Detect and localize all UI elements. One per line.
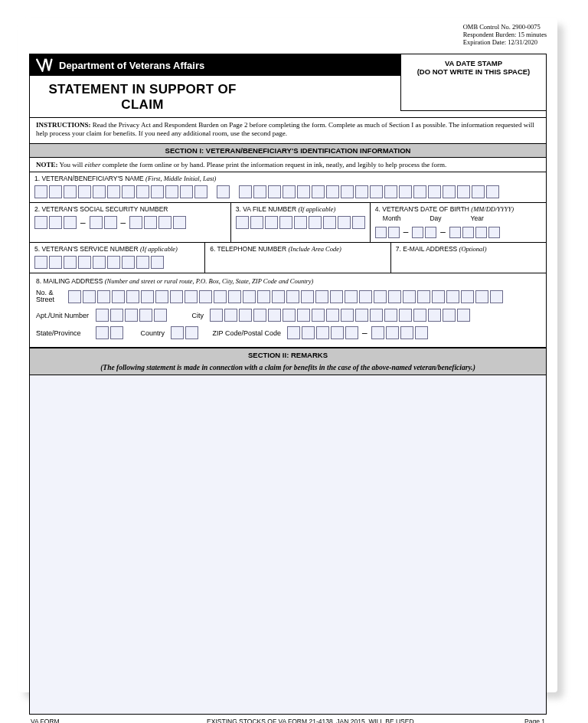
omb-meta: OMB Control No. 2900-0075 Respondent Bur… bbox=[463, 23, 547, 47]
field-8-label: 8. MAILING ADDRESS (Number and street or… bbox=[36, 277, 540, 285]
page-number: Page 1 bbox=[524, 718, 545, 723]
stamp-note: (DO NOT WRITE IN THIS SPACE) bbox=[406, 67, 541, 76]
field-5-label: 5. VETERAN'S SERVICE NUMBER (If applicab… bbox=[34, 245, 200, 253]
va-logo-icon bbox=[36, 58, 54, 72]
form-footer: VA FORM DEC 2017 21-4138 EXISTING STOCKS… bbox=[29, 715, 547, 723]
ssn-input[interactable]: – – bbox=[34, 216, 226, 229]
state-input[interactable] bbox=[96, 326, 123, 339]
form-page: OMB Control No. 2900-0075 Respondent Bur… bbox=[18, 18, 557, 692]
name-input[interactable] bbox=[34, 185, 541, 198]
section-2-subtitle: (The following statement is made in conn… bbox=[30, 362, 546, 375]
expiration-date: Expiration Date: 12/31/2020 bbox=[463, 38, 547, 46]
field-4-label: 4. VETERAN'S DATE OF BIRTH (MM/DD/YYYY) bbox=[375, 205, 541, 213]
apt-input[interactable] bbox=[96, 309, 167, 322]
city-input[interactable] bbox=[210, 309, 470, 322]
respondent-burden: Respondent Burden: 15 minutes bbox=[463, 31, 547, 38]
country-input[interactable] bbox=[171, 326, 198, 339]
form-title: STATEMENT IN SUPPORT OF CLAIM bbox=[30, 76, 255, 117]
instructions-body: Read the Privacy Act and Respondent Burd… bbox=[36, 121, 534, 137]
note-lead: NOTE: bbox=[36, 161, 58, 168]
section-1-header: SECTION I: VETERAN/BENEFICIARY'S IDENTIF… bbox=[30, 143, 546, 158]
va-file-input[interactable] bbox=[236, 216, 365, 229]
field-2-label: 2. VETERAN'S SOCIAL SECURITY NUMBER bbox=[34, 205, 226, 213]
department-name: Department of Veterans Affairs bbox=[59, 60, 204, 71]
remarks-input[interactable] bbox=[30, 375, 546, 714]
field-3-label: 3. VA FILE NUMBER (If applicable) bbox=[236, 205, 365, 213]
header-bar: Department of Veterans Affairs bbox=[30, 54, 400, 76]
stamp-title: VA DATE STAMP bbox=[406, 59, 541, 67]
instructions-lead: INSTRUCTIONS: bbox=[36, 121, 91, 129]
street-input[interactable] bbox=[68, 290, 503, 303]
instructions: INSTRUCTIONS: Read the Privacy Act and R… bbox=[30, 117, 546, 143]
omb-number: OMB Control No. 2900-0075 bbox=[463, 23, 547, 31]
zip-input[interactable]: – bbox=[287, 326, 428, 339]
section-2-header: SECTION II: REMARKS bbox=[30, 348, 546, 362]
service-number-input[interactable] bbox=[34, 256, 200, 269]
section-1-note: NOTE: You will either complete the form … bbox=[30, 158, 546, 172]
field-7-label: 7. E-MAIL ADDRESS (Optional) bbox=[396, 245, 541, 253]
date-stamp-box: VA DATE STAMP (DO NOT WRITE IN THIS SPAC… bbox=[400, 54, 546, 111]
form-outline: Department of Veterans Affairs STATEMENT… bbox=[29, 54, 547, 715]
dob-input[interactable]: – – bbox=[375, 225, 541, 238]
stock-notice: EXISTING STOCKS OF VA FORM 21-4138, JAN … bbox=[98, 718, 524, 723]
field-1-label: 1. VETERAN/BENEFICIARY'S NAME (First, Mi… bbox=[34, 175, 541, 182]
field-6-label: 6. TELEPHONE NUMBER (Include Area Code) bbox=[210, 245, 386, 253]
